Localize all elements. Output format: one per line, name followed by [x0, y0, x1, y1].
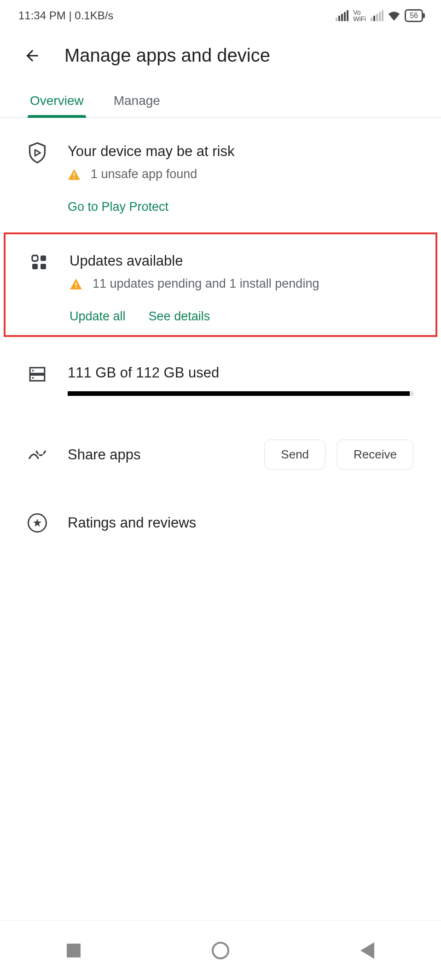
updates-title: Updates available: [70, 253, 412, 269]
highlight-box: Updates available 11 updates pending and…: [4, 232, 437, 337]
status-icons: Vo WiFi 56: [336, 9, 425, 22]
page-title: Manage apps and device: [64, 45, 270, 66]
circle-icon: [212, 942, 229, 959]
svg-rect-1: [74, 177, 75, 178]
status-time: 11:34 PM | 0.1KB/s: [18, 9, 113, 22]
back-button[interactable]: [23, 46, 41, 65]
star-circle-icon: [28, 513, 47, 533]
app-header: Manage apps and device: [0, 31, 441, 84]
tab-overview[interactable]: Overview: [28, 84, 86, 117]
status-bar: 11:34 PM | 0.1KB/s Vo WiFi 56: [0, 0, 441, 31]
storage-icon: [28, 365, 47, 384]
ratings-card[interactable]: Ratings and reviews: [0, 483, 441, 546]
nav-recent-button[interactable]: [37, 939, 110, 962]
receive-button[interactable]: Receive: [337, 440, 413, 470]
tab-manage[interactable]: Manage: [111, 84, 162, 117]
svg-point-11: [32, 377, 34, 379]
vowifi-icon: Vo WiFi: [353, 9, 366, 22]
updates-card[interactable]: Updates available 11 updates pending and…: [6, 234, 435, 335]
triangle-icon: [360, 942, 374, 959]
svg-rect-5: [41, 264, 46, 269]
share-label: Share apps: [68, 447, 244, 463]
svg-rect-7: [75, 286, 76, 287]
warning-icon: [68, 168, 81, 180]
signal-icon-2: [371, 10, 383, 21]
nav-home-button[interactable]: [184, 939, 257, 962]
storage-text: 111 GB of 112 GB used: [68, 365, 413, 381]
share-icon: [28, 445, 47, 464]
signal-icon-1: [336, 10, 348, 21]
arrow-left-icon: [23, 47, 41, 64]
content: Your device may be at risk 1 unsafe app …: [0, 118, 441, 546]
svg-point-10: [32, 370, 34, 371]
navigation-bar: [0, 920, 441, 980]
update-all-button[interactable]: Update all: [70, 309, 126, 324]
see-details-button[interactable]: See details: [149, 309, 210, 324]
updates-subtitle: 11 updates pending and 1 install pending: [93, 277, 319, 291]
svg-rect-6: [75, 282, 76, 285]
svg-rect-0: [74, 173, 75, 176]
square-icon: [67, 944, 81, 957]
nav-back-button[interactable]: [331, 939, 404, 962]
storage-progress-bar: [68, 391, 413, 396]
send-button[interactable]: Send: [264, 440, 325, 470]
ratings-label: Ratings and reviews: [68, 515, 196, 531]
protect-title: Your device may be at risk: [68, 143, 413, 160]
storage-card[interactable]: 111 GB of 112 GB used: [0, 337, 441, 410]
go-to-play-protect-button[interactable]: Go to Play Protect: [68, 200, 168, 214]
shield-icon: [28, 143, 47, 162]
tabs: Overview Manage: [0, 84, 441, 118]
apps-grid-icon: [29, 253, 49, 272]
svg-rect-2: [32, 255, 38, 261]
protect-subtitle: 1 unsafe app found: [91, 167, 197, 181]
wifi-icon: [387, 11, 401, 21]
svg-rect-3: [41, 255, 46, 261]
play-protect-card[interactable]: Your device may be at risk 1 unsafe app …: [0, 118, 441, 228]
svg-rect-4: [32, 264, 38, 269]
warning-icon: [70, 278, 82, 290]
battery-icon: 56: [405, 9, 425, 22]
share-apps-card: Share apps Send Receive: [0, 410, 441, 483]
